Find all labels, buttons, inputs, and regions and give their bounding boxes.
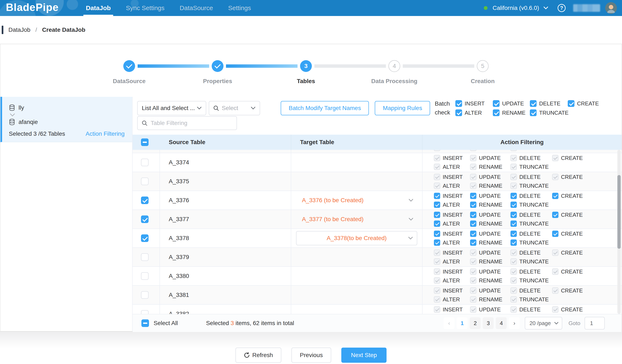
alter-checkbox[interactable] (434, 202, 440, 208)
next-step-button[interactable]: Next Step (341, 347, 387, 363)
insert-checkbox[interactable] (434, 230, 440, 237)
breadcrumb-parent[interactable]: DataJob (8, 26, 30, 33)
row-checkbox[interactable] (141, 272, 149, 280)
row-checkbox[interactable] (141, 215, 149, 223)
action-checkbox-create: CREATE (552, 193, 622, 199)
target-table-select[interactable]: A_3377 (to be Created) (296, 212, 417, 226)
pagination-page-4[interactable]: 4 (496, 317, 507, 329)
table-footer: Select All Selected 3 items, 62 items in… (133, 314, 622, 332)
nav-tab-datajob[interactable]: DataJob (79, 0, 117, 16)
table-filter-input[interactable] (151, 120, 232, 126)
truncate-checkbox[interactable] (510, 221, 517, 227)
alter-checkbox[interactable] (455, 109, 462, 116)
action-checkbox-truncate: TRUNCATE (530, 109, 568, 116)
update-checkbox[interactable] (470, 230, 476, 237)
insert-checkbox[interactable] (434, 193, 440, 199)
header-source-table: Source Table (160, 135, 291, 150)
create-checkbox[interactable] (568, 100, 574, 107)
delete-checkbox[interactable] (510, 230, 517, 237)
action-checkbox-rename: RENAME (470, 221, 510, 227)
insert-checkbox[interactable] (455, 100, 462, 107)
batch-modify-target-names-button[interactable]: Batch Modify Target Names (281, 101, 369, 115)
pagination-prev-button[interactable]: ‹ (444, 317, 454, 329)
step-label-creation: Creation (471, 78, 495, 85)
row-checkbox[interactable] (141, 159, 149, 166)
nav-tab-settings[interactable]: Settings (221, 0, 257, 16)
delete-checkbox[interactable] (530, 100, 537, 107)
target-table-select[interactable]: A_3376 (to be Created) (296, 193, 417, 208)
action-checkbox-alter: ALTER (434, 277, 470, 284)
selection-count-summary: Selected 3 items, 62 items in total (206, 320, 294, 326)
update-checkbox[interactable] (470, 212, 476, 218)
row-checkbox[interactable] (141, 310, 149, 314)
avatar[interactable] (605, 2, 617, 14)
checkbox-label: INSERT (443, 155, 463, 161)
mapping-rules-button[interactable]: Mapping Rules (375, 101, 430, 115)
create-checkbox[interactable] (552, 193, 559, 199)
target-table-cell: A_3376 (to be Created) (291, 191, 423, 210)
action-filtering-link[interactable]: Action Filtering (86, 131, 125, 137)
batch-check-label: Batch check (435, 99, 454, 117)
target-table-cell: A_3377 (to be Created) (291, 210, 423, 229)
table-select-dropdown[interactable]: Select (209, 101, 260, 115)
truncate-checkbox[interactable] (530, 109, 537, 116)
update-checkbox[interactable] (493, 100, 500, 107)
help-icon[interactable]: ? (558, 4, 566, 12)
step-circle-datasource[interactable] (123, 60, 135, 72)
previous-button[interactable]: Previous (292, 347, 331, 363)
target-table-select[interactable]: A_3378(to be Created) (296, 231, 417, 245)
refresh-icon (244, 352, 250, 358)
action-checkbox-insert: INSERT (434, 155, 470, 161)
insert-checkbox[interactable] (434, 212, 440, 218)
truncate-checkbox[interactable] (510, 202, 517, 208)
action-checkbox-delete: DELETE (530, 100, 568, 107)
row-checkbox[interactable] (141, 196, 149, 204)
checkbox-label: INSERT (443, 193, 463, 199)
scrollbar-thumb[interactable] (617, 175, 621, 249)
schema-mapping-item[interactable]: lly afanqie (0, 97, 132, 142)
vertical-scrollbar[interactable] (617, 150, 621, 314)
insert-checkbox (434, 287, 440, 294)
step-circle-tables[interactable]: 3 (300, 60, 312, 72)
row-checkbox[interactable] (141, 178, 149, 185)
alter-checkbox[interactable] (434, 221, 440, 227)
pagination-page-3[interactable]: 3 (483, 317, 494, 329)
pagination-next-button[interactable]: › (509, 317, 520, 329)
action-checkbox-alter: ALTER (434, 239, 470, 246)
nav-tab-datasource[interactable]: DataSource (173, 0, 220, 16)
nav-tab-sync-settings[interactable]: Sync Settings (119, 0, 171, 16)
table-row: A_3382 INSERTUPDATEDELETECREATEALTERRENA… (133, 305, 622, 314)
rename-checkbox[interactable] (470, 202, 476, 208)
brand-logo[interactable]: BladePipe (0, 0, 79, 16)
page-size-select[interactable]: 20 /page (525, 317, 562, 329)
pagination-page-2[interactable]: 2 (470, 317, 481, 329)
action-checkbox-alter: ALTER (434, 150, 470, 151)
row-checkbox[interactable] (141, 291, 149, 299)
delete-checkbox (510, 155, 517, 161)
delete-checkbox[interactable] (510, 212, 517, 218)
create-checkbox[interactable] (552, 212, 559, 218)
row-checkbox[interactable] (141, 234, 149, 242)
list-mode-select[interactable]: List All and Select ... (137, 101, 206, 115)
create-checkbox[interactable] (552, 230, 559, 237)
action-checkbox-delete: DELETE (510, 193, 552, 199)
goto-page-input[interactable] (584, 317, 605, 329)
batch-check-group: INSERTUPDATEDELETECREATEALTERRENAMETRUNC… (455, 99, 599, 117)
delete-checkbox[interactable] (510, 193, 517, 199)
update-checkbox[interactable] (470, 193, 476, 199)
checkbox-label: DELETE (519, 193, 541, 199)
pagination-page-1[interactable]: 1 (457, 317, 467, 329)
alter-checkbox[interactable] (434, 239, 440, 246)
row-checkbox[interactable] (141, 253, 149, 261)
step-circle-properties[interactable] (212, 60, 223, 72)
rename-checkbox[interactable] (493, 109, 500, 116)
chevron-down-icon[interactable] (543, 6, 548, 10)
truncate-checkbox[interactable] (510, 239, 517, 246)
refresh-button[interactable]: Refresh (235, 347, 281, 363)
cluster-version-label[interactable]: California (v0.6.0) (493, 5, 539, 11)
rename-checkbox[interactable] (470, 221, 476, 227)
rename-checkbox (470, 150, 476, 151)
select-all-checkbox[interactable] (141, 319, 149, 327)
select-page-checkbox[interactable] (141, 138, 149, 146)
rename-checkbox[interactable] (470, 239, 476, 246)
